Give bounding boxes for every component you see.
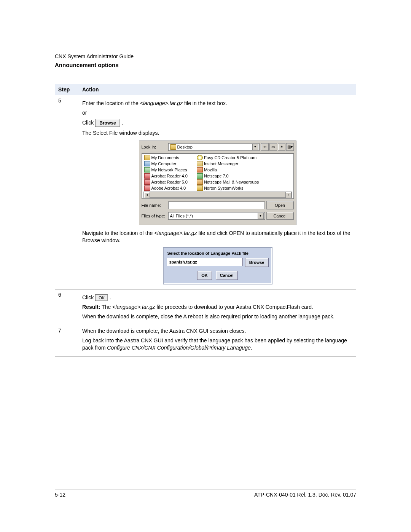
folder-icon (144, 155, 150, 160)
file-item[interactable]: Acrobat Reader 5.0 (144, 179, 188, 185)
text: Click (82, 120, 95, 126)
file-item[interactable]: Norton SystemWorks (197, 185, 259, 191)
up-folder-icon[interactable]: ▭ (269, 143, 277, 151)
cancel-button[interactable]: Cancel (266, 212, 294, 220)
nsw-icon (197, 185, 203, 191)
file-list-pane[interactable]: My DocumentsMy ComputerMy Network Places… (142, 153, 294, 199)
page-footer: 5-12 ATP-CNX-040-01 Rel. 1.3, Doc. Rev. … (55, 489, 356, 498)
pdf-icon (144, 179, 150, 185)
lookin-label: Look in: (142, 145, 167, 149)
file-item-label: Norton SystemWorks (204, 186, 244, 190)
table-row: 6 Click OK . Result: The <language>.tar.… (55, 289, 356, 325)
file-item-label: My Computer (151, 161, 177, 166)
ok-button[interactable]: OK (95, 294, 108, 302)
step-action: When the download is complete, the Aastr… (79, 325, 356, 356)
lang-dialog-title: Select the location of Language Pack fil… (167, 251, 269, 256)
text: When the download is complete, the Aastr… (82, 328, 353, 335)
chevron-down-icon[interactable]: ▼ (258, 213, 264, 219)
net-icon (144, 167, 150, 173)
mail-icon (197, 179, 203, 185)
text-italic: Configure CNX/CNX Configuration/Global/P… (107, 345, 250, 351)
text: file proceeds to download to your Aastra… (155, 304, 313, 310)
col-step-header: Step (55, 84, 79, 95)
file-item[interactable]: Netscape Mail & Newsgroups (197, 179, 259, 185)
pdf-icon (144, 173, 150, 179)
file-item[interactable]: Mozilla (197, 167, 259, 173)
page-number: 5-12 (55, 492, 65, 498)
text-italic: <language>.tar.gz (112, 304, 155, 310)
file-item[interactable]: Instant Messenger (197, 161, 259, 166)
file-item-label: Mozilla (204, 168, 217, 172)
text: The (100, 304, 112, 310)
text-italic: <language>.tar.gz (140, 100, 183, 106)
step-action: Click OK . Result: The <language>.tar.gz… (79, 289, 356, 325)
file-item[interactable]: My Documents (144, 155, 188, 160)
chevron-down-icon[interactable]: ▼ (252, 144, 258, 150)
text: Click (82, 294, 95, 300)
text: . (110, 294, 111, 300)
file-item[interactable]: My Computer (144, 161, 188, 166)
file-select-dialog: Look in: Desktop ▼ ⇦ ▭ (139, 141, 296, 225)
cd-icon (197, 155, 203, 160)
text: file in the text box. (183, 100, 227, 106)
text: Navigate to the location of the (82, 230, 154, 236)
file-item[interactable]: My Network Places (144, 167, 188, 173)
desktop-icon (170, 144, 176, 150)
file-item-label: Instant Messenger (204, 161, 239, 166)
comp-icon (144, 161, 150, 166)
file-item-label: My Network Places (151, 168, 187, 172)
text: The Select File window displays. (82, 129, 353, 137)
new-folder-icon[interactable]: ✶ (278, 143, 285, 151)
table-row: 7 When the download is complete, the Aas… (55, 325, 356, 356)
language-pack-dialog: Select the location of Language Pack fil… (163, 247, 272, 284)
scroll-right-icon[interactable]: ▸ (285, 192, 292, 198)
pdf-icon (144, 185, 150, 191)
filetype-combo[interactable]: All Files (*.*) ▼ (168, 212, 265, 220)
header-rule (55, 70, 356, 70)
file-item-label: Acrobat Reader 5.0 (151, 180, 188, 184)
langpack-path-input[interactable]: spanish.tar.gz (167, 258, 243, 266)
filetype-value: All Files (*.*) (170, 214, 193, 218)
scroll-left-icon[interactable]: ◂ (144, 192, 150, 198)
doc-reference: ATP-CNX-040-01 Rel. 1.3, Doc. Rev. 01.07 (254, 492, 356, 498)
result-label: Result: (82, 304, 100, 310)
file-item[interactable]: Netscape 7.0 (197, 173, 259, 179)
horizontal-scrollbar[interactable]: ◂ ▸ (143, 192, 292, 198)
text-italic: <language>.tar.gz (154, 230, 197, 236)
text: . (251, 345, 252, 351)
doc-header: CNX System Administrator Guide (55, 53, 356, 59)
file-item-label: Netscape 7.0 (204, 174, 229, 178)
browse-button[interactable]: Browse (95, 119, 120, 127)
file-item[interactable]: Adobe Acrobat 4.0 (144, 185, 188, 191)
text: . (121, 120, 123, 126)
lookin-value: Desktop (177, 145, 193, 149)
steps-table: Step Action 5 Enter the location of the … (55, 84, 356, 356)
text: Enter the location of the (82, 100, 140, 106)
msg-icon (197, 161, 203, 166)
step-number: 5 (55, 95, 79, 289)
file-item[interactable]: Easy CD Creator 5 Platinum (197, 155, 259, 160)
moz-icon (197, 167, 203, 173)
text: or (82, 109, 353, 117)
step-number: 7 (55, 325, 79, 356)
file-item[interactable]: Acrobat Reader 4.0 (144, 173, 188, 179)
ok-button[interactable]: OK (197, 271, 212, 280)
step-number: 6 (55, 289, 79, 325)
file-item-label: My Documents (151, 155, 179, 160)
filename-input[interactable] (168, 201, 265, 209)
file-item-label: Netscape Mail & Newsgroups (204, 180, 259, 184)
file-item-label: Adobe Acrobat 4.0 (151, 186, 186, 190)
cancel-button[interactable]: Cancel (216, 271, 238, 280)
view-menu-icon[interactable]: ▥▾ (286, 143, 294, 151)
browse-button[interactable]: Browse (245, 258, 269, 267)
file-item-label: Easy CD Creator 5 Platinum (204, 155, 256, 160)
dialog-toolbar: ⇦ ▭ ✶ ▥▾ (261, 143, 294, 151)
lookin-combo[interactable]: Desktop ▼ (168, 143, 260, 151)
col-action-header: Action (79, 84, 356, 95)
back-icon[interactable]: ⇦ (261, 143, 269, 151)
filetype-label: Files of type: (142, 214, 167, 218)
step-action: Enter the location of the <language>.tar… (79, 95, 356, 289)
open-button[interactable]: Open (266, 201, 294, 209)
text: When the download is complete, close the… (82, 313, 353, 320)
file-item-label: Acrobat Reader 4.0 (151, 174, 188, 178)
